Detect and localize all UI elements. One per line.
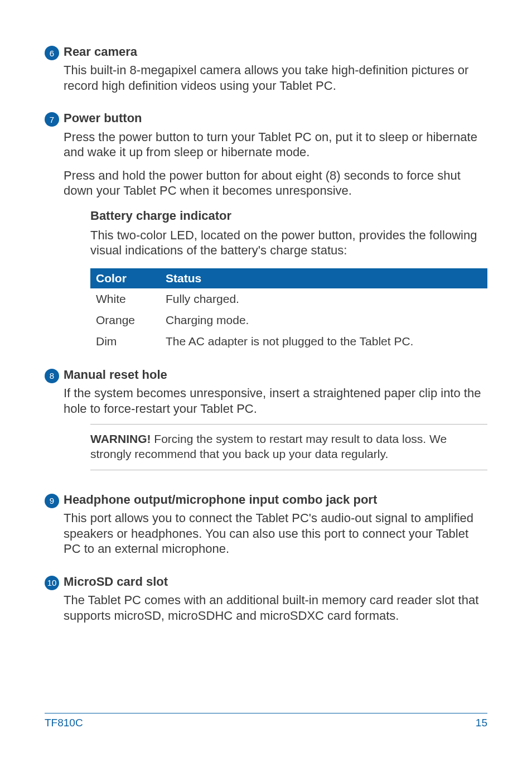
item-body: Power button Press the power button to t… [64,111,487,357]
battery-status-table: Color Status White Fully charged. Orange… [90,268,487,352]
sub-desc: This two-color LED, located on the power… [90,228,487,258]
feature-item-6: 6 Rear camera This built-in 8-megapixel … [45,45,487,101]
bullet-number: 9 [45,494,59,508]
table-cell-color: Orange [90,310,160,331]
sub-title: Battery charge indicator [90,209,487,223]
bullet: 7 [45,111,64,127]
feature-item-9: 9 Headphone output/microphone input comb… [45,493,487,565]
bullet: 6 [45,45,64,60]
item-paragraph: The Tablet PC comes with an additional b… [64,592,487,623]
item-body: Rear camera This built-in 8-megapixel ca… [64,45,487,101]
item-title: Manual reset hole [64,368,487,382]
item-paragraph: Press the power button to turn your Tabl… [64,129,487,160]
table-row: Dim The AC adapter is not plugged to the… [90,331,487,352]
footer-page-number: 15 [476,717,487,729]
item-title: Rear camera [64,45,487,59]
bullet-number: 10 [45,576,59,590]
sub-section-battery-indicator: Battery charge indicator This two-color … [90,209,487,352]
item-title: Power button [64,111,487,126]
item-body: Headphone output/microphone input combo … [64,493,487,565]
feature-item-8: 8 Manual reset hole If the system become… [45,368,487,483]
table-header-row: Color Status [90,268,487,288]
table-row: Orange Charging mode. [90,310,487,331]
feature-item-10: 10 MicroSD card slot The Tablet PC comes… [45,575,487,631]
item-title: MicroSD card slot [64,575,487,589]
table-cell-status: The AC adapter is not plugged to the Tab… [160,331,487,352]
table-cell-status: Charging mode. [160,310,487,331]
item-paragraph: If the system becomes unresponsive, inse… [64,385,487,416]
warning-block: WARNING! Forcing the system to restart m… [90,424,487,470]
bullet-number: 7 [45,112,59,127]
table-row: White Fully charged. [90,288,487,310]
feature-item-7: 7 Power button Press the power button to… [45,111,487,357]
footer-model: TF810C [45,717,83,729]
item-paragraph: This built-in 8-megapixel camera allows … [64,62,487,93]
page-content: 6 Rear camera This built-in 8-megapixel … [0,0,532,631]
bullet-number: 6 [45,46,59,60]
table-cell-status: Fully charged. [160,288,487,310]
bullet: 8 [45,368,64,383]
table-header-color: Color [90,268,160,288]
table-cell-color: Dim [90,331,160,352]
bullet-number: 8 [45,369,59,383]
table-cell-color: White [90,288,160,310]
item-title: Headphone output/microphone input combo … [64,493,487,507]
item-paragraph: Press and hold the power button for abou… [64,168,487,199]
warning-label: WARNING! [90,432,151,445]
item-paragraph: This port allows you to connect the Tabl… [64,510,487,557]
table-header-status: Status [160,268,487,288]
item-body: Manual reset hole If the system becomes … [64,368,487,483]
bullet: 10 [45,575,64,590]
item-body: MicroSD card slot The Tablet PC comes wi… [64,575,487,631]
bullet: 9 [45,493,64,508]
page-footer: TF810C 15 [45,713,487,729]
